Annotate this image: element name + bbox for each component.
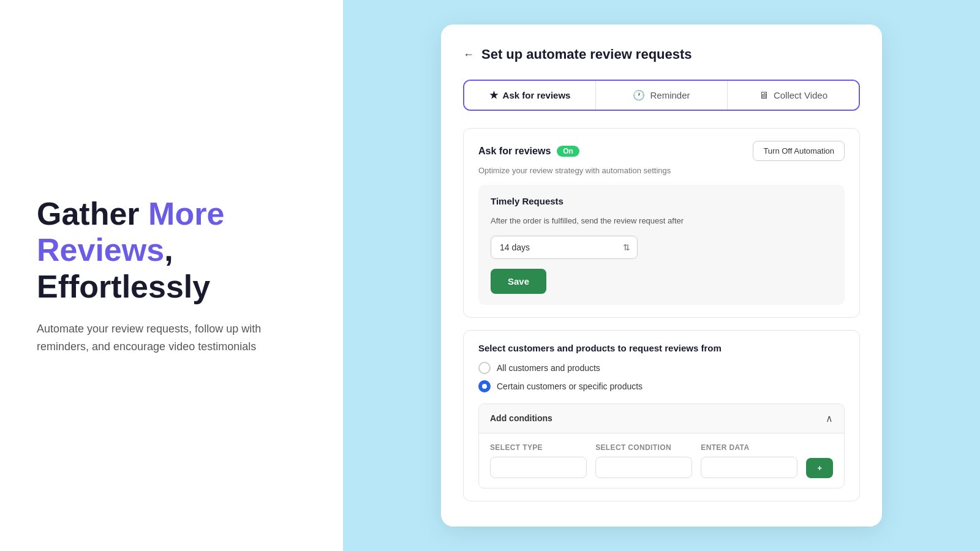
left-panel: Gather More Reviews,Effortlessly Automat… [0, 0, 343, 551]
chevron-up-icon: ∧ [826, 413, 833, 424]
radio-group: All customers and products Certain custo… [478, 362, 845, 392]
days-select[interactable]: 1 day 3 days 7 days 14 days 30 days [491, 236, 638, 259]
conditions-body: Select Type Select Condition Enter Data [479, 433, 844, 488]
timely-description: After the order is fulfilled, send the r… [491, 215, 832, 227]
radio-all-customers[interactable]: All customers and products [478, 362, 845, 374]
add-condition-col: + [806, 443, 833, 478]
condition-type-input[interactable] [490, 457, 587, 478]
condition-data-input[interactable] [701, 457, 797, 478]
condition-data-label: Enter Data [701, 443, 797, 452]
main-card: ← Set up automate review requests ★ Ask … [441, 24, 882, 527]
radio-circle-all [478, 362, 491, 374]
radio-circle-certain [478, 380, 491, 392]
back-arrow[interactable]: ← [463, 48, 474, 61]
conditions-title: Add conditions [490, 413, 552, 423]
radio-certain-customers[interactable]: Certain customers or specific products [478, 380, 845, 392]
save-button[interactable]: Save [491, 269, 546, 294]
right-panel: ← Set up automate review requests ★ Ask … [343, 0, 980, 551]
hero-title: Gather More Reviews,Effortlessly [37, 196, 306, 305]
condition-select-input[interactable] [595, 457, 692, 478]
tab-reminder-label: Reminder [650, 90, 690, 100]
tab-ask-label: Ask for reviews [503, 90, 571, 100]
hero-subtitle: Automate your review requests, follow up… [37, 320, 306, 356]
timely-requests-box: Timely Requests After the order is fulfi… [478, 185, 845, 305]
condition-select-label: Select Condition [595, 443, 692, 452]
hero-title-line2: Effortlessly [37, 269, 210, 304]
tab-collect-video[interactable]: 🖥 Collect Video [728, 81, 859, 110]
status-badge: On [557, 146, 579, 157]
select-customers-title: Select customers and products to request… [478, 343, 845, 353]
condition-select-col: Select Condition [595, 443, 692, 478]
conditions-columns: Select Type Select Condition Enter Data [490, 443, 833, 478]
turn-off-automation-button[interactable]: Turn Off Automation [753, 141, 845, 161]
tab-video-label: Collect Video [774, 90, 827, 100]
tabs-container: ★ Ask for reviews 🕐 Reminder 🖥 Collect V… [463, 80, 860, 111]
section-title-row: Ask for reviews On [478, 146, 579, 157]
hero-title-part1: Gather [37, 196, 148, 231]
condition-type-col: Select Type [490, 443, 587, 478]
left-content: Gather More Reviews,Effortlessly Automat… [37, 196, 306, 356]
tab-ask-reviews[interactable]: ★ Ask for reviews [464, 81, 596, 110]
ask-reviews-title: Ask for reviews [478, 146, 551, 157]
days-select-wrapper: 1 day 3 days 7 days 14 days 30 days ⇅ [491, 236, 638, 259]
section-header: Ask for reviews On Turn Off Automation [478, 141, 845, 161]
card-header: ← Set up automate review requests [463, 47, 860, 62]
timely-title: Timely Requests [491, 196, 832, 206]
select-customers-section: Select customers and products to request… [463, 330, 860, 501]
condition-type-label: Select Type [490, 443, 587, 452]
video-icon: 🖥 [759, 90, 769, 101]
condition-data-col: Enter Data [701, 443, 797, 478]
tab-reminder[interactable]: 🕐 Reminder [596, 81, 728, 110]
clock-icon: 🕐 [633, 89, 645, 101]
ask-reviews-description: Optimize your review strategy with autom… [478, 166, 845, 175]
card-title: Set up automate review requests [481, 47, 692, 62]
ask-reviews-section: Ask for reviews On Turn Off Automation O… [463, 128, 860, 318]
add-condition-button[interactable]: + [806, 458, 833, 478]
radio-all-label: All customers and products [497, 363, 600, 373]
conditions-header[interactable]: Add conditions ∧ [479, 404, 844, 433]
star-icon: ★ [489, 89, 498, 101]
radio-certain-label: Certain customers or specific products [497, 381, 643, 391]
conditions-box: Add conditions ∧ Select Type Select Cond… [478, 403, 845, 489]
hero-title-comma: , [164, 232, 173, 268]
